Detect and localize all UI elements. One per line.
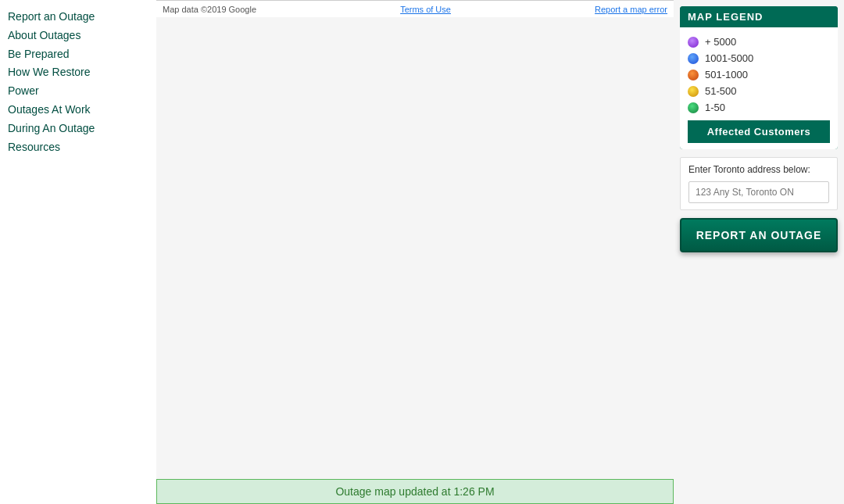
sidebar: Report an Outage About Outages Be Prepar… (0, 0, 156, 504)
sidebar-item-during-an-outage[interactable]: During An Outage (8, 120, 148, 138)
map-wrapper: Bethesda Gormley GREENSBOROUGH Markham U… (156, 0, 674, 479)
legend-item-1: 1-50 (688, 99, 830, 116)
sidebar-item-outages-at-work[interactable]: Outages At Work (8, 101, 148, 120)
legend-dot-blue (688, 53, 699, 64)
legend-title: MAP LEGEND (680, 6, 838, 27)
main-content: Bethesda Gormley GREENSBOROUGH Markham U… (156, 0, 674, 504)
map-copyright: Map data ©2019 Google (163, 5, 256, 14)
status-text: Outage map updated at 1:26 PM (335, 485, 494, 498)
legend-label-51: 51-500 (705, 85, 736, 97)
map-terms[interactable]: Terms of Use (400, 5, 451, 14)
legend-item-5000: + 5000 (688, 34, 830, 50)
sidebar-item-resources[interactable]: Resources (8, 138, 148, 157)
report-outage-button[interactable]: REPORT AN OUTAGE (680, 218, 838, 252)
sidebar-item-report-outage[interactable]: Report an Outage (8, 8, 148, 27)
legend-dot-purple (688, 37, 699, 48)
legend-label-1: 1-50 (705, 102, 725, 113)
address-label: Enter Toronto address below: (688, 164, 829, 177)
sidebar-item-power[interactable]: Power (8, 82, 148, 101)
status-bar: Outage map updated at 1:26 PM (156, 479, 674, 504)
right-panel: MAP LEGEND + 5000 1001-5000 501-1000 51-… (674, 0, 844, 504)
address-input[interactable] (688, 181, 829, 203)
affected-customers-button[interactable]: Affected Customers (688, 120, 830, 143)
legend-item-1001: 1001-5000 (688, 50, 830, 66)
address-section: Enter Toronto address below: (680, 157, 838, 210)
sidebar-item-how-we-restore[interactable]: How We Restore (8, 63, 148, 82)
sidebar-nav: Report an Outage About Outages Be Prepar… (8, 8, 148, 156)
sidebar-item-about-outages[interactable]: About Outages (8, 27, 148, 45)
legend-dot-green (688, 102, 699, 113)
map-report-error[interactable]: Report a map error (595, 5, 667, 14)
map-footer: Map data ©2019 Google Terms of Use Repor… (156, 0, 674, 17)
legend-body: + 5000 1001-5000 501-1000 51-500 1-50 Af… (680, 27, 838, 149)
legend-label-5000: + 5000 (705, 36, 736, 48)
legend-label-1001: 1001-5000 (705, 52, 753, 64)
map-legend: MAP LEGEND + 5000 1001-5000 501-1000 51-… (680, 6, 838, 149)
legend-dot-yellow (688, 86, 699, 97)
legend-item-501: 501-1000 (688, 66, 830, 83)
legend-label-501: 501-1000 (705, 69, 748, 80)
sidebar-item-be-prepared[interactable]: Be Prepared (8, 45, 148, 64)
legend-dot-orange (688, 70, 699, 80)
legend-item-51: 51-500 (688, 83, 830, 99)
